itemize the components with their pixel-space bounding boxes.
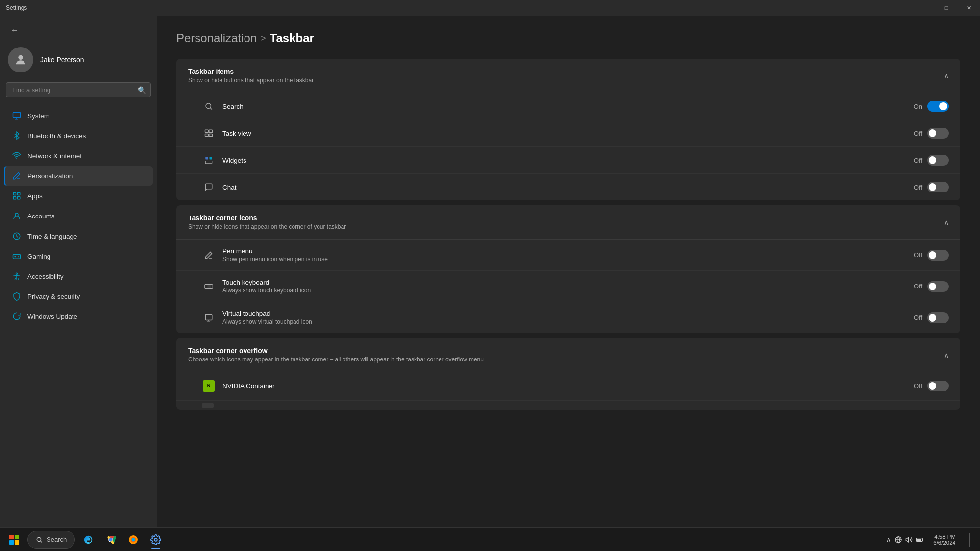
chat-setting-icon bbox=[202, 183, 216, 192]
toggle-state-label: Off bbox=[908, 130, 922, 137]
accounts-icon bbox=[12, 211, 22, 221]
chevron-up-icon: ∧ bbox=[944, 72, 949, 80]
sidebar-item-personalization[interactable]: Personalization bbox=[4, 166, 153, 186]
toggle-virtual-touchpad[interactable] bbox=[927, 312, 949, 323]
toggle-wrap-search: On bbox=[908, 101, 949, 112]
taskbar-system-tray[interactable]: ∧ bbox=[883, 534, 927, 546]
taskbar-date-value: 6/6/2024 bbox=[933, 540, 956, 546]
toggle-state-label: Off bbox=[908, 157, 922, 164]
system-icon bbox=[12, 111, 22, 120]
setting-row-virtual-touchpad: Virtual touchpad Always show virtual tou… bbox=[176, 302, 960, 333]
taskbar-chrome-button[interactable] bbox=[100, 529, 121, 550]
taskbar-search-button[interactable]: Search bbox=[27, 531, 75, 549]
breadcrumb-parent[interactable]: Personalization bbox=[176, 31, 257, 45]
toggle-pen-menu[interactable] bbox=[927, 250, 949, 261]
sidebar-item-label: Personalization bbox=[27, 172, 73, 180]
svg-rect-1 bbox=[13, 112, 21, 118]
bluetooth-icon bbox=[12, 131, 22, 141]
toggle-chat[interactable] bbox=[927, 182, 949, 192]
battery-icon bbox=[916, 536, 924, 544]
accessibility-icon bbox=[12, 271, 22, 281]
setting-row-taskview: Task view Off bbox=[176, 120, 960, 147]
setting-row-widgets: Widgets Off bbox=[176, 147, 960, 174]
section-subtitle: Show or hide icons that appear on the co… bbox=[188, 223, 346, 230]
section-subtitle: Show or hide buttons that appear on the … bbox=[188, 77, 314, 84]
toggle-nvidia[interactable] bbox=[927, 381, 949, 391]
svg-rect-21 bbox=[15, 535, 19, 539]
taskview-setting-icon bbox=[202, 129, 216, 138]
section-corner-overflow-header[interactable]: Taskbar corner overflow Choose which ico… bbox=[176, 338, 960, 372]
svg-rect-5 bbox=[18, 197, 20, 199]
search-input[interactable] bbox=[6, 82, 151, 97]
start-button[interactable] bbox=[4, 529, 24, 550]
setting-sublabel: Show pen menu icon when pen is in use bbox=[222, 256, 908, 263]
setting-sublabel: Always show touch keyboard icon bbox=[222, 287, 908, 294]
taskbar-time-value: 4:58 PM bbox=[933, 534, 956, 540]
taskbar-clock[interactable]: 4:58 PM 6/6/2024 bbox=[930, 532, 959, 548]
breadcrumb-current: Taskbar bbox=[270, 31, 314, 45]
setting-label: Chat bbox=[222, 184, 908, 191]
maximize-button[interactable]: □ bbox=[935, 0, 957, 16]
taskbar-apps bbox=[78, 529, 166, 550]
sidebar-item-time[interactable]: Time & language bbox=[4, 226, 153, 246]
sidebar-item-network[interactable]: Network & internet bbox=[4, 146, 153, 166]
time-icon bbox=[12, 231, 22, 241]
nvidia-icon: N bbox=[202, 380, 216, 392]
sidebar-item-accounts[interactable]: Accounts bbox=[4, 206, 153, 226]
toggle-wrap-widgets: Off bbox=[908, 155, 949, 166]
setting-row-search: Search On bbox=[176, 93, 960, 120]
taskbar-edge-button[interactable] bbox=[78, 529, 98, 550]
close-button[interactable]: ✕ bbox=[957, 0, 980, 16]
svg-point-6 bbox=[15, 213, 18, 216]
toggle-wrap-chat: Off bbox=[908, 182, 949, 192]
svg-point-9 bbox=[16, 273, 18, 274]
breadcrumb: Personalization > Taskbar bbox=[176, 31, 960, 45]
toggle-state-label: Off bbox=[908, 251, 922, 259]
sidebar-item-windows-update[interactable]: Windows Update bbox=[4, 307, 153, 326]
network-icon bbox=[12, 151, 22, 161]
chevron-up-icon: ∧ bbox=[944, 351, 949, 359]
taskbar: Search ∧ bbox=[0, 527, 980, 551]
section-title: Taskbar corner icons bbox=[188, 214, 346, 222]
sidebar-item-accessibility[interactable]: Accessibility bbox=[4, 266, 153, 286]
taskbar-settings-button[interactable] bbox=[146, 529, 166, 550]
show-desktop-button[interactable] bbox=[962, 529, 976, 550]
sidebar-item-privacy[interactable]: Privacy & security bbox=[4, 287, 153, 306]
section-taskbar-items-header[interactable]: Taskbar items Show or hide buttons that … bbox=[176, 59, 960, 93]
sidebar-item-gaming[interactable]: Gaming bbox=[4, 246, 153, 266]
sidebar-item-bluetooth[interactable]: Bluetooth & devices bbox=[4, 126, 153, 145]
window-title: Settings bbox=[6, 4, 27, 11]
sidebar-item-label: Apps bbox=[27, 192, 43, 200]
svg-rect-8 bbox=[13, 254, 21, 259]
toggle-taskview[interactable] bbox=[927, 128, 949, 139]
setting-label: Search bbox=[222, 103, 908, 110]
sidebar-item-apps[interactable]: Apps bbox=[4, 186, 153, 206]
toggle-wrap-touch-keyboard: Off bbox=[908, 281, 949, 292]
back-button[interactable]: ← bbox=[8, 24, 22, 37]
titlebar: Settings ─ □ ✕ bbox=[0, 0, 980, 16]
toggle-widgets[interactable] bbox=[927, 155, 949, 166]
sidebar-item-system[interactable]: System bbox=[4, 106, 153, 125]
user-section[interactable]: Jake Peterson bbox=[0, 41, 157, 82]
overflow-row-partial bbox=[176, 400, 960, 410]
taskbar-firefox-button[interactable] bbox=[123, 529, 144, 550]
toggle-wrap-pen-menu: Off bbox=[908, 250, 949, 261]
svg-rect-15 bbox=[205, 157, 208, 159]
setting-sublabel: Always show virtual touchpad icon bbox=[222, 318, 908, 325]
svg-point-24 bbox=[37, 537, 41, 541]
toggle-touch-keyboard[interactable] bbox=[927, 281, 949, 292]
svg-rect-11 bbox=[205, 130, 209, 132]
svg-rect-14 bbox=[209, 134, 213, 137]
sidebar: ← Jake Peterson 🔍 System bbox=[0, 16, 157, 551]
toggle-search[interactable] bbox=[927, 101, 949, 112]
minimize-button[interactable]: ─ bbox=[912, 0, 935, 16]
section-corner-icons-header[interactable]: Taskbar corner icons Show or hide icons … bbox=[176, 205, 960, 240]
setting-label: Touch keyboard bbox=[222, 279, 908, 286]
app-container: ← Jake Peterson 🔍 System bbox=[0, 16, 980, 551]
svg-rect-3 bbox=[18, 192, 20, 195]
svg-rect-4 bbox=[13, 197, 16, 199]
svg-rect-17 bbox=[205, 161, 212, 164]
personalization-icon bbox=[12, 171, 22, 181]
svg-rect-20 bbox=[9, 535, 14, 539]
user-name: Jake Peterson bbox=[40, 56, 84, 64]
